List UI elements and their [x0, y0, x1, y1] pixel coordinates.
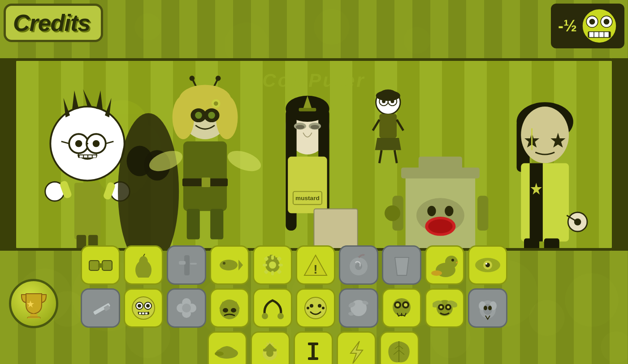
svg-point-147	[451, 259, 454, 261]
trophy-button[interactable]	[9, 279, 58, 328]
svg-rect-115	[27, 317, 40, 318]
svg-point-94	[445, 206, 453, 216]
spray-button[interactable]	[167, 245, 206, 285]
svg-point-155	[132, 297, 155, 319]
flash-button[interactable]	[337, 331, 376, 364]
phone-curl-button[interactable]	[253, 288, 292, 328]
cap-button[interactable]	[208, 331, 247, 364]
svg-rect-119	[98, 263, 103, 268]
svg-point-152	[485, 263, 487, 265]
svg-rect-91	[419, 157, 462, 172]
bottom-area: !	[0, 241, 628, 364]
svg-rect-133	[263, 264, 267, 266]
icon-row-3	[119, 331, 507, 364]
svg-rect-56	[202, 178, 210, 187]
svg-rect-54	[183, 141, 227, 211]
dots-face-button[interactable]	[296, 288, 335, 328]
svg-rect-35	[80, 155, 83, 158]
svg-text:mustard: mustard	[295, 195, 320, 201]
svg-point-202	[484, 306, 487, 310]
cup-button[interactable]	[382, 245, 421, 285]
duck-button[interactable]	[425, 245, 464, 285]
fish-button[interactable]	[210, 245, 249, 285]
svg-rect-106	[521, 163, 569, 241]
svg-rect-60	[210, 209, 223, 240]
svg-point-45	[216, 76, 221, 81]
svg-point-203	[488, 306, 492, 310]
svg-marker-210	[264, 343, 275, 349]
icon-row-2	[81, 288, 507, 328]
svg-rect-107	[530, 163, 543, 241]
svg-point-88	[376, 90, 400, 101]
smiley-glasses-button[interactable]	[124, 288, 163, 328]
svg-marker-127	[238, 260, 243, 270]
computer-text: CoMPuter	[262, 70, 365, 91]
svg-rect-72	[299, 108, 316, 111]
svg-rect-82	[379, 114, 397, 138]
king-char-button[interactable]	[251, 331, 290, 364]
svg-point-53	[208, 112, 215, 119]
devil-button[interactable]	[210, 288, 249, 328]
svg-rect-131	[271, 255, 274, 260]
svg-point-93	[427, 206, 436, 216]
credits-title: Credits	[13, 10, 90, 36]
icon-row-1: !	[81, 245, 507, 285]
svg-point-148	[431, 270, 442, 276]
flower-button[interactable]	[167, 288, 206, 328]
svg-rect-123	[184, 255, 190, 275]
bomb-button[interactable]	[339, 245, 378, 285]
warning-button[interactable]: !	[296, 245, 335, 285]
svg-point-178	[318, 304, 321, 308]
svg-point-158	[138, 304, 141, 308]
svg-rect-134	[278, 264, 283, 266]
snake-head-button[interactable]	[468, 288, 507, 328]
eye-button[interactable]	[468, 245, 507, 285]
svg-point-48	[173, 96, 195, 139]
svg-point-177	[310, 304, 313, 308]
svg-point-175	[277, 313, 284, 319]
gear-button[interactable]	[253, 245, 292, 285]
svg-point-121	[139, 256, 148, 268]
svg-point-32	[75, 140, 82, 147]
stage-pillar-right	[612, 58, 628, 251]
svg-rect-132	[271, 271, 274, 275]
svg-line-85	[397, 120, 403, 130]
svg-rect-7	[594, 32, 599, 37]
svg-rect-212	[308, 343, 318, 345]
svg-point-96	[428, 219, 452, 233]
svg-text:!: !	[313, 262, 317, 276]
svg-point-33	[93, 140, 100, 147]
svg-point-4	[604, 19, 610, 25]
stage: CoMPuter	[13, 58, 615, 251]
score-area: -½	[551, 4, 624, 48]
binoculars-button[interactable]	[81, 245, 120, 285]
svg-point-43	[189, 76, 195, 81]
svg-rect-6	[589, 32, 594, 37]
paint-button[interactable]	[339, 288, 378, 328]
credits-box: Credits	[4, 4, 103, 42]
bug-skull-button[interactable]	[382, 288, 421, 328]
cursor-button[interactable]	[294, 331, 333, 364]
svg-point-0	[582, 9, 617, 43]
svg-point-128	[223, 262, 225, 265]
svg-point-130	[269, 261, 276, 269]
svg-rect-9	[604, 32, 609, 37]
pear-button[interactable]	[124, 245, 163, 285]
svg-rect-14	[74, 183, 100, 239]
knife-button[interactable]	[81, 288, 120, 328]
fly-button[interactable]	[425, 288, 464, 328]
svg-point-188	[396, 303, 399, 307]
svg-point-174	[262, 313, 268, 319]
svg-rect-125	[190, 263, 197, 265]
svg-point-142	[355, 263, 362, 270]
svg-point-52	[195, 112, 202, 119]
svg-point-62	[214, 101, 218, 106]
svg-rect-59	[187, 209, 200, 240]
leaf-button[interactable]	[380, 331, 419, 364]
stage-inner: CoMPuter	[16, 61, 612, 248]
svg-point-145	[445, 256, 458, 268]
svg-point-126	[220, 260, 238, 270]
svg-rect-99	[477, 196, 488, 231]
svg-line-122	[143, 254, 145, 256]
svg-marker-214	[351, 341, 363, 364]
